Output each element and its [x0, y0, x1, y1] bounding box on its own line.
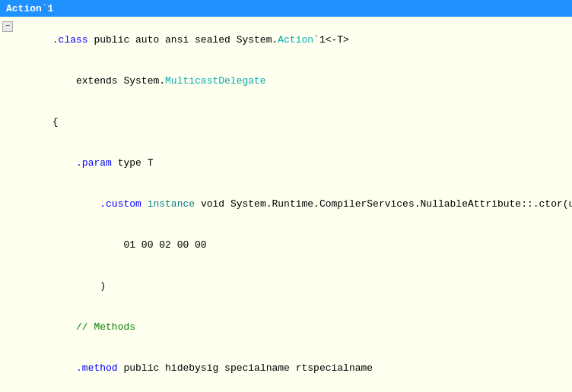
line-hex: 01 00 02 00 00	[0, 225, 572, 266]
code-area[interactable]: − .class public auto ansi sealed System.…	[0, 17, 572, 392]
line-comment-methods: // Methods	[0, 307, 572, 348]
line-param-type: .param type T	[0, 143, 572, 184]
line-instance1: instance void .ctor (	[0, 389, 572, 392]
line-method1: .method public hidebysig specialname rts…	[0, 348, 572, 389]
line-brace-open: {	[0, 102, 572, 143]
collapse-class-button[interactable]: −	[2, 21, 13, 32]
line-paren-close: )	[0, 266, 572, 307]
title-bar: Action`1	[0, 0, 572, 17]
line-class-decl: − .class public auto ansi sealed System.…	[0, 20, 572, 61]
line-custom: .custom instance void System.Runtime.Com…	[0, 184, 572, 225]
title-text: Action`1	[6, 3, 53, 14]
line-extends: extends System.MulticastDelegate	[0, 61, 572, 102]
